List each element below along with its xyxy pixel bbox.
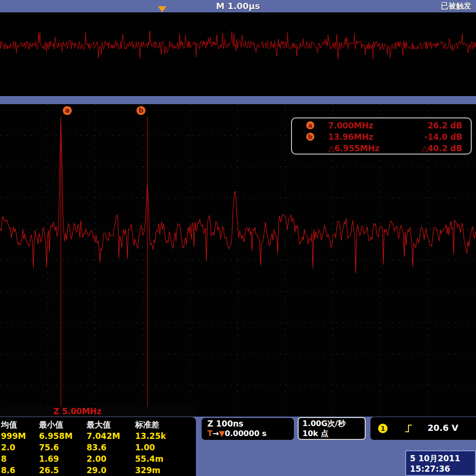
bottom-status-bar: 均值 最小值 最大值 标准差 999M 6.958M 7.042M 13.25k… <box>0 417 476 476</box>
trigger-level-readout: 20.6 V <box>427 423 458 433</box>
meas-cell: 13.25k <box>135 430 191 442</box>
trigger-position-marker-icon[interactable] <box>158 6 166 12</box>
meas-cell: 7.042M <box>87 430 135 442</box>
cursor-readout-panel: a 7.000MHz 26.2 dB b 13.96MHz -14.0 dB △… <box>291 117 472 155</box>
fft-scale-label-box: Z 5.00MHz <box>0 407 196 417</box>
meas-cell: 6.958M <box>39 430 87 442</box>
meas-cell: 55.4m <box>135 453 191 465</box>
meas-header-stddev: 标准差 <box>135 419 191 430</box>
cursor-marker-b[interactable]: b <box>136 106 146 115</box>
sample-rate-readout: 1.00G次/秒 <box>302 418 365 428</box>
meas-cell: 2.00 <box>87 453 135 465</box>
oscilloscope-screen: M 1.00µs 已被触发 a b a 7.000MHz 26.2 dB b <box>0 0 476 476</box>
zoom-timebase-readout: Z 100ns <box>207 418 294 429</box>
meas-cell: 8.6 <box>1 465 39 476</box>
cursor-a-row: a 7.000MHz 26.2 dB <box>292 120 471 131</box>
cursor-marker-a[interactable]: a <box>63 106 72 115</box>
meas-header-max: 最大值 <box>87 419 135 430</box>
meas-cell: 999M <box>1 430 39 442</box>
time-domain-region <box>0 12 476 96</box>
date-readout: 5 10月2011 <box>410 453 475 464</box>
cursor-b-level: -14.0 dB <box>424 131 462 143</box>
meas-cell: 8 <box>1 453 39 465</box>
trigger-t-icon: T <box>207 429 213 438</box>
cursor-delta-row: △6.955MHz △40.2 dB <box>292 143 471 154</box>
record-length-readout: 10k 点 <box>302 428 365 438</box>
acquisition-box: 1.00G次/秒 10k 点 <box>298 417 366 440</box>
cursor-delta-frequency: △6.955MHz <box>328 143 379 154</box>
meas-cell: 1.69 <box>39 453 87 465</box>
measurement-panel: 均值 最小值 最大值 标准差 999M 6.958M 7.042M 13.25k… <box>0 417 196 476</box>
measurement-table: 均值 最小值 最大值 标准差 999M 6.958M 7.042M 13.25k… <box>0 417 196 476</box>
meas-cell: 83.6 <box>87 442 135 453</box>
cursor-a-frequency: 7.000MHz <box>328 120 373 131</box>
arrow-icon: → <box>213 429 219 438</box>
cursor-delta-level: △40.2 dB <box>421 143 462 154</box>
main-timebase-readout: M 1.00µs <box>0 1 476 11</box>
meas-header-mean: 均值 <box>1 419 39 430</box>
zoom-timebase-box: Z 100ns T→▼0.00000 s <box>202 418 294 440</box>
datetime-box: 5 10月2011 15:27:36 <box>405 450 476 476</box>
cursor-b-row: b 13.96MHz -14.0 dB <box>292 131 471 143</box>
cursor-a-badge-icon: a <box>306 121 314 129</box>
meas-cell: 2.0 <box>1 442 39 453</box>
time-readout: 15:27:36 <box>410 464 475 474</box>
position-triangle-icon: ▼ <box>219 429 224 438</box>
meas-cell: 329m <box>135 465 191 476</box>
meas-header-min: 最小值 <box>39 419 87 430</box>
meas-cell: 1.00 <box>135 442 191 453</box>
meas-cell: 29.0 <box>87 465 135 476</box>
fft-region: a b a 7.000MHz 26.2 dB b 13.96MHz -14.0 … <box>0 104 476 417</box>
cursor-b-badge-icon: b <box>306 133 314 141</box>
horizontal-position-value: 0.00000 s <box>225 429 267 438</box>
trigger-slope-icon <box>404 423 414 434</box>
fft-scale-label: Z 5.00MHz <box>53 407 101 416</box>
top-status-bar: M 1.00µs 已被触发 <box>0 0 476 12</box>
channel-1-badge: 1 <box>378 424 388 433</box>
horizontal-position-readout: T→▼0.00000 s <box>207 429 294 438</box>
cursor-a-level: 26.2 dB <box>427 120 462 131</box>
trigger-status-text: 已被触发 <box>441 1 471 11</box>
meas-cell: 26.5 <box>39 465 87 476</box>
meas-cell: 75.6 <box>39 442 87 453</box>
trigger-info-box: 1 20.6 V <box>370 417 476 440</box>
time-domain-waveform <box>0 12 476 96</box>
cursor-b-frequency: 13.96MHz <box>328 131 373 143</box>
